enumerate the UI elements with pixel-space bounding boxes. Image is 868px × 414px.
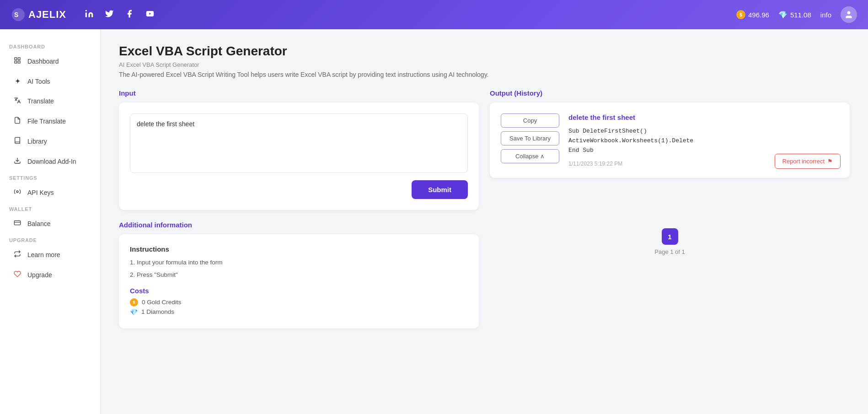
svg-text:S: S [14,11,19,18]
header: S AJELIX $ 496.96 💎 511.08 info [0,0,868,29]
svg-rect-6 [18,58,20,60]
cost-diamond-icon: 💎 [130,308,138,316]
sidebar-section-settings: SETTINGS [0,172,100,183]
cost-gold: $ 0 Gold Credits [130,298,468,306]
sidebar-item-download-addin[interactable]: Download Add-In [4,152,96,171]
social-icons [85,9,736,21]
input-card: delete the first sheet Submit [119,102,479,210]
sidebar-label-upgrade: Upgrade [27,271,52,279]
sidebar-item-ai-tools[interactable]: ✦ AI Tools [4,72,96,90]
additional-card: Instructions 1. Input your formula into … [119,234,479,328]
twitter-icon[interactable] [105,9,114,21]
svg-rect-8 [18,61,20,63]
instruction-1: 1. Input your formula into the form [130,258,468,268]
save-to-library-button[interactable]: Save To Library [501,131,559,145]
collapse-button[interactable]: Collapse ∧ [501,149,559,163]
costs-label: Costs [130,287,468,295]
sidebar-item-balance[interactable]: Balance [4,215,96,233]
input-section-label: Input [119,89,479,97]
sidebar-item-file-translate[interactable]: File Translate [4,112,96,130]
gold-coin-icon: $ [736,10,745,19]
svg-point-10 [16,191,18,193]
copy-button[interactable]: Copy [501,113,559,128]
sidebar-item-learn-more[interactable]: Learn more [4,246,96,264]
info-link[interactable]: info [820,11,831,19]
sidebar-label-library: Library [27,138,47,145]
cost-gold-icon: $ [130,298,138,306]
svg-point-2 [86,10,87,11]
diamond-icon: 💎 [778,11,788,19]
sidebar-label-download: Download Add-In [27,158,76,165]
sidebar-item-upgrade[interactable]: Upgrade [4,266,96,284]
page-title: Excel VBA Script Generator [119,44,850,59]
submit-button[interactable]: Submit [412,180,468,199]
output-controls: Copy Save To Library Collapse ∧ [501,113,559,163]
main-grid: Input delete the first sheet Submit Outp… [119,89,850,210]
sidebar-item-translate[interactable]: Translate [4,92,96,110]
main-layout: DASHBOARD Dashboard ✦ AI Tools Translate… [0,29,868,414]
additional-section: Additional information Instructions 1. I… [119,221,479,328]
sidebar-label-balance: Balance [27,220,51,227]
input-textarea[interactable]: delete the first sheet [130,113,468,173]
balance-icon [13,219,22,228]
sidebar-label-learn-more: Learn more [27,251,60,258]
page-1-button[interactable]: 1 [662,228,678,245]
svg-rect-7 [15,61,17,63]
sidebar-label-dashboard: Dashboard [27,58,59,65]
learn-more-icon [13,250,22,259]
svg-point-4 [847,11,851,15]
user-avatar[interactable] [841,6,857,23]
sidebar-item-library[interactable]: Library [4,132,96,151]
instruction-2: 2. Press "Submit" [130,270,468,280]
dashboard-icon [13,57,22,66]
report-incorrect-button[interactable]: Report incorrect ⚑ [775,154,841,169]
library-icon [13,137,22,146]
sidebar-label-ai-tools: AI Tools [27,78,50,85]
output-section-label: Output (History) [490,89,850,97]
logo[interactable]: S AJELIX [11,7,66,22]
upgrade-icon [13,270,22,280]
pagination-section: 1 Page 1 of 1 [490,221,850,328]
bottom-grid: Additional information Instructions 1. I… [119,221,850,328]
youtube-icon[interactable] [145,10,155,20]
page-of-label: Page 1 of 1 [654,248,685,255]
sidebar-label-api-keys: API Keys [27,189,54,196]
download-icon [13,157,22,166]
sidebar-item-api-keys[interactable]: API Keys [4,183,96,202]
api-keys-icon [13,188,22,197]
input-section: Input delete the first sheet Submit [119,89,479,210]
output-section: Output (History) Copy Save To Library Co… [490,89,850,210]
sidebar-section-wallet: WALLET [0,203,100,214]
main-content: Excel VBA Script Generator AI Excel VBA … [101,29,868,414]
facebook-icon[interactable] [125,9,134,21]
sidebar-label-translate: Translate [27,97,54,105]
translate-icon [13,97,22,106]
page-subtitle: AI Excel VBA Script Generator [119,61,850,68]
file-translate-icon [13,117,22,126]
page-description: The AI-powered Excel VBA Script Writing … [119,71,850,78]
logo-icon: S [11,7,26,22]
cost-diamond: 💎 1 Diamonds [130,308,468,316]
svg-rect-5 [15,58,17,60]
linkedin-icon[interactable] [85,9,94,21]
header-right: $ 496.96 💎 511.08 info [736,6,857,23]
sidebar-label-file-translate: File Translate [27,118,66,125]
svg-rect-11 [14,220,20,225]
gold-balance: $ 496.96 [736,10,769,19]
ai-tools-icon: ✦ [13,77,22,86]
pagination: 1 Page 1 of 1 [490,228,850,255]
sidebar-section-dashboard: DASHBOARD [0,40,100,51]
chevron-up-icon: ∧ [540,153,545,160]
sidebar-item-dashboard[interactable]: Dashboard [4,52,96,70]
diamond-balance: 💎 511.08 [778,11,811,19]
instructions-title: Instructions [130,245,468,253]
additional-section-label: Additional information [119,221,479,229]
output-card: Copy Save To Library Collapse ∧ delete t… [490,102,850,178]
sidebar: DASHBOARD Dashboard ✦ AI Tools Translate… [0,29,101,414]
flag-icon: ⚑ [827,158,833,165]
sidebar-section-upgrade: UPGRADE [0,234,100,245]
